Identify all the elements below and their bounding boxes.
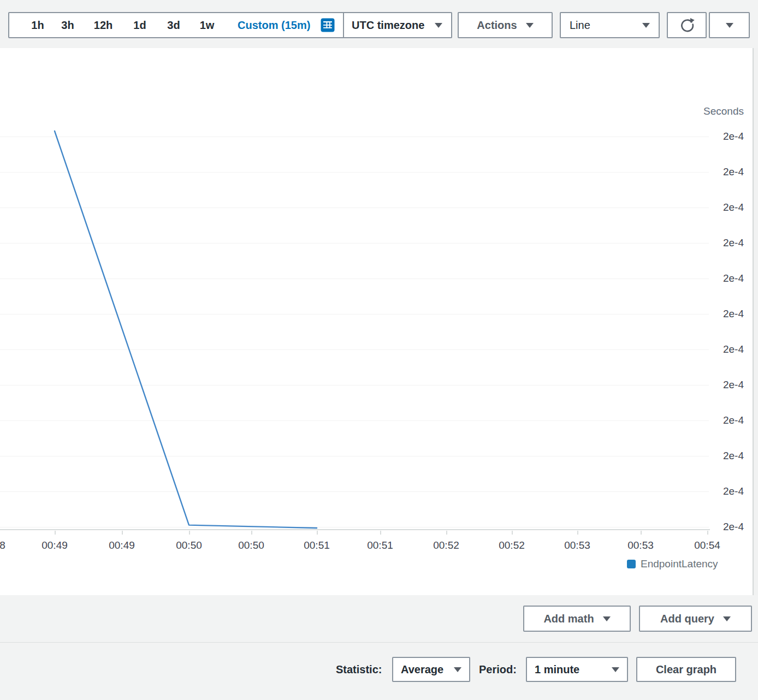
time-range-1w[interactable]: 1w [200,13,215,37]
legend-label: EndpointLatency [641,558,718,570]
line-series-svg [0,48,758,595]
graph-toolbar: 1h 3h 12h 1d 3d 1w Custom (15m) UTC time… [0,0,758,48]
refresh-icon [678,16,696,34]
period-select[interactable]: 1 minute [526,657,628,682]
time-range-1h[interactable]: 1h [31,13,44,37]
refresh-options-dropdown[interactable] [709,12,750,38]
statistic-label: Statistic: [336,657,382,682]
clear-graph-button[interactable]: Clear graph [636,657,736,682]
chevron-down-icon [603,616,611,621]
scrollbar-track [754,48,758,595]
add-query-label: Add query [660,613,714,625]
chart-type-select[interactable]: Line [560,12,660,38]
add-query-dropdown[interactable]: Add query [639,606,752,632]
calendar-icon[interactable] [321,18,335,32]
refresh-button[interactable] [667,12,707,38]
series-endpointlatency-line [55,131,317,528]
add-math-dropdown[interactable]: Add math [523,606,631,632]
chevron-down-icon [454,667,461,672]
timezone-label: UTC timezone [352,19,424,32]
time-range-3h[interactable]: 3h [61,13,74,37]
clear-graph-label: Clear graph [656,663,716,676]
legend-color-swatch [627,560,636,568]
chevron-down-icon [612,667,619,672]
graph-footer-panel: Add math Add query Statistic: Average Pe… [0,595,758,700]
time-range-1d[interactable]: 1d [133,13,146,37]
chevron-down-icon [435,23,442,28]
add-math-label: Add math [543,613,594,625]
chevron-down-icon [642,23,650,28]
chevron-down-icon [723,616,731,621]
timezone-dropdown[interactable]: UTC timezone [344,13,452,37]
chevron-down-icon [526,23,534,28]
time-range-12h[interactable]: 12h [94,13,112,37]
time-range-custom[interactable]: Custom (15m) [238,13,310,37]
period-label: Period: [479,657,517,682]
chevron-down-icon [726,23,733,28]
actions-dropdown[interactable]: Actions [458,12,553,38]
metrics-graph-page: 1h 3h 12h 1d 3d 1w Custom (15m) UTC time… [0,0,758,700]
footer-divider [0,642,758,643]
time-range-3d[interactable]: 3d [167,13,180,37]
statistic-select[interactable]: Average [392,657,470,682]
legend-item-endpointlatency[interactable]: EndpointLatency [627,558,718,570]
time-range-group: 1h 3h 12h 1d 3d 1w Custom (15m) UTC time… [8,12,452,38]
actions-label: Actions [477,19,517,32]
period-value: 1 minute [535,663,579,676]
chart-type-value: Line [570,19,590,32]
statistic-value: Average [401,663,443,676]
metric-line-chart: 2e-42e-42e-42e-42e-42e-42e-42e-42e-42e-4… [0,48,758,595]
